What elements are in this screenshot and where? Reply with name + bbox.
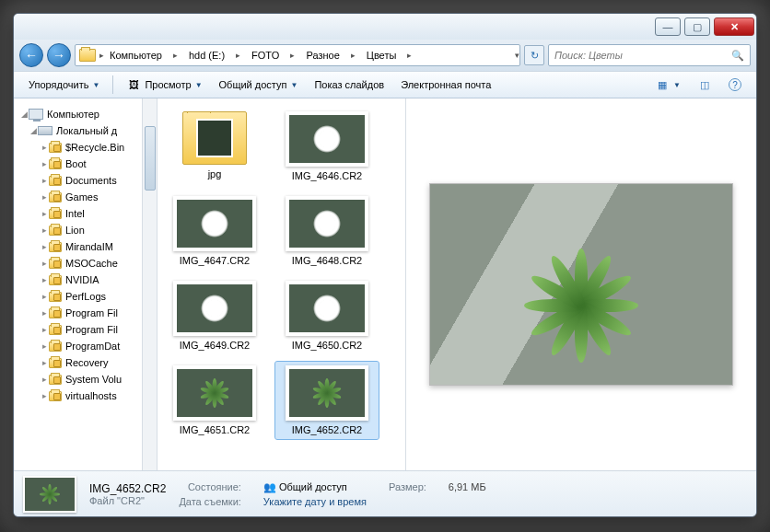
file-item[interactable]: IMG_4648.CR2 bbox=[275, 192, 379, 270]
file-item[interactable]: IMG_4649.CR2 bbox=[163, 277, 266, 354]
file-name: IMG_4648.CR2 bbox=[292, 255, 362, 266]
view-button[interactable]: ▦▼ bbox=[648, 74, 688, 96]
file-name: IMG_4651.CR2 bbox=[180, 424, 250, 435]
breadcrumb-segment[interactable]: Компьютер▸ bbox=[104, 45, 183, 65]
breadcrumb-segment[interactable]: Цветы▸ bbox=[361, 45, 418, 65]
tree-node-folder[interactable]: ▸NVIDIA bbox=[14, 272, 157, 288]
forward-button[interactable]: → bbox=[47, 43, 71, 67]
pane-icon: ◫ bbox=[697, 77, 712, 92]
preview-button[interactable]: 🖼Просмотр▼ bbox=[119, 74, 209, 96]
file-name: IMG_4647.CR2 bbox=[180, 255, 250, 266]
details-filename: IMG_4652.CR2 bbox=[89, 482, 166, 495]
tree-node-drive[interactable]: ◢Локальный д bbox=[14, 122, 157, 139]
tree-node-folder[interactable]: ▸Games bbox=[14, 189, 157, 205]
tree-node-folder[interactable]: ▸Boot bbox=[14, 156, 157, 172]
back-button[interactable]: ← bbox=[19, 43, 43, 67]
search-input[interactable] bbox=[554, 50, 731, 61]
file-name: IMG_4646.CR2 bbox=[292, 170, 362, 181]
size-value: 6,91 МБ bbox=[449, 481, 486, 492]
search-box[interactable]: 🔍 bbox=[548, 44, 751, 66]
search-icon: 🔍 bbox=[731, 50, 744, 62]
file-item[interactable]: IMG_4651.CR2 bbox=[163, 362, 266, 439]
tree-node-computer[interactable]: ◢Компьютер bbox=[14, 106, 157, 122]
file-item[interactable]: IMG_4650.CR2 bbox=[275, 277, 379, 354]
folder-item[interactable]: jpg bbox=[163, 108, 266, 185]
address-bar: ← → ▸ Компьютер▸ hdd (E:)▸ FOTO▸ Разное▸… bbox=[14, 40, 756, 71]
tree-node-folder[interactable]: ▸Documents bbox=[14, 172, 157, 189]
breadcrumb-segment[interactable]: FOTO▸ bbox=[246, 45, 300, 65]
breadcrumb-segment[interactable]: Разное▸ bbox=[300, 45, 360, 65]
tree-node-folder[interactable]: ▸Lion bbox=[14, 222, 157, 238]
tree-node-folder[interactable]: ▸virtualhosts bbox=[14, 387, 157, 404]
thumbnail bbox=[173, 365, 256, 421]
breadcrumb[interactable]: ▸ Компьютер▸ hdd (E:)▸ FOTO▸ Разное▸ Цве… bbox=[75, 44, 520, 66]
breadcrumb-segment[interactable]: hdd (E:)▸ bbox=[183, 45, 246, 65]
tree-node-folder[interactable]: ▸Intel bbox=[14, 205, 157, 222]
email-button[interactable]: Электронная почта bbox=[393, 75, 498, 94]
close-button[interactable]: ✕ bbox=[714, 17, 754, 36]
state-label: Состояние: bbox=[179, 481, 240, 492]
thumbnail bbox=[286, 196, 368, 251]
file-item[interactable]: IMG_4646.CR2 bbox=[275, 108, 379, 185]
tree-node-folder[interactable]: ▸Program Fil bbox=[14, 305, 157, 321]
tree-node-folder[interactable]: ▸Program Fil bbox=[14, 321, 157, 338]
minimize-button[interactable]: — bbox=[655, 17, 681, 36]
help-button[interactable]: ? bbox=[721, 75, 749, 95]
details-thumbnail bbox=[23, 476, 76, 513]
thumbnail bbox=[286, 111, 368, 167]
preview-pane-button[interactable]: ◫ bbox=[690, 74, 719, 96]
organize-button[interactable]: Упорядочить▼ bbox=[21, 75, 107, 94]
thumbnail bbox=[173, 281, 256, 336]
file-name: jpg bbox=[208, 168, 222, 179]
view-icon: ▦ bbox=[655, 77, 670, 92]
preview-pane bbox=[406, 98, 756, 470]
thumbnail bbox=[182, 111, 247, 165]
slideshow-button[interactable]: Показ слайдов bbox=[307, 75, 391, 94]
file-item[interactable]: IMG_4647.CR2 bbox=[163, 192, 266, 270]
tree-node-folder[interactable]: ▸PerfLogs bbox=[14, 288, 157, 305]
navigation-tree[interactable]: ◢Компьютер ◢Локальный д ▸$Recycle.Bin▸Bo… bbox=[14, 98, 158, 470]
tree-node-folder[interactable]: ▸Recovery bbox=[14, 354, 157, 371]
state-value: 👥 Общий доступ bbox=[263, 481, 367, 493]
thumbnail bbox=[286, 281, 368, 336]
people-icon: 👥 bbox=[263, 481, 276, 492]
size-label: Размер: bbox=[389, 481, 426, 492]
tree-node-folder[interactable]: ▸$Recycle.Bin bbox=[14, 139, 157, 156]
folder-icon bbox=[79, 49, 96, 62]
thumbnail bbox=[286, 365, 368, 421]
details-filetype: Файл "CR2" bbox=[89, 495, 166, 506]
breadcrumb-dropdown[interactable]: ▾ bbox=[515, 51, 519, 60]
help-icon: ? bbox=[729, 78, 741, 91]
maximize-button[interactable]: ▢ bbox=[684, 17, 710, 36]
details-pane: IMG_4652.CR2 Файл "CR2" Состояние: 👥 Общ… bbox=[14, 470, 756, 516]
tree-node-folder[interactable]: ▸ProgramDat bbox=[14, 338, 157, 354]
scrollbar-thumb[interactable] bbox=[145, 126, 156, 191]
refresh-button[interactable]: ↻ bbox=[524, 45, 544, 65]
file-list[interactable]: jpgIMG_4646.CR2IMG_4647.CR2IMG_4648.CR2I… bbox=[158, 98, 406, 470]
file-name: IMG_4649.CR2 bbox=[180, 340, 250, 351]
file-name: IMG_4650.CR2 bbox=[292, 340, 362, 351]
command-bar: Упорядочить▼ 🖼Просмотр▼ Общий доступ▼ По… bbox=[14, 71, 756, 98]
image-icon: 🖼 bbox=[126, 77, 141, 92]
titlebar[interactable]: — ▢ ✕ bbox=[14, 14, 756, 40]
file-item[interactable]: IMG_4652.CR2 bbox=[275, 362, 379, 439]
thumbnail bbox=[173, 196, 256, 251]
tree-node-folder[interactable]: ▸System Volu bbox=[14, 371, 157, 387]
tree-node-folder[interactable]: ▸MSOCache bbox=[14, 255, 157, 272]
date-label: Дата съемки: bbox=[179, 496, 240, 507]
date-value[interactable]: Укажите дату и время bbox=[263, 496, 367, 507]
share-button[interactable]: Общий доступ▼ bbox=[212, 75, 306, 94]
tree-scrollbar[interactable] bbox=[142, 98, 157, 470]
explorer-window: — ▢ ✕ ← → ▸ Компьютер▸ hdd (E:)▸ FOTO▸ Р… bbox=[13, 13, 757, 517]
content-area: ◢Компьютер ◢Локальный д ▸$Recycle.Bin▸Bo… bbox=[14, 98, 756, 470]
preview-image bbox=[429, 183, 733, 386]
tree-node-folder[interactable]: ▸MirandaIM bbox=[14, 238, 157, 255]
file-name: IMG_4652.CR2 bbox=[292, 424, 362, 435]
